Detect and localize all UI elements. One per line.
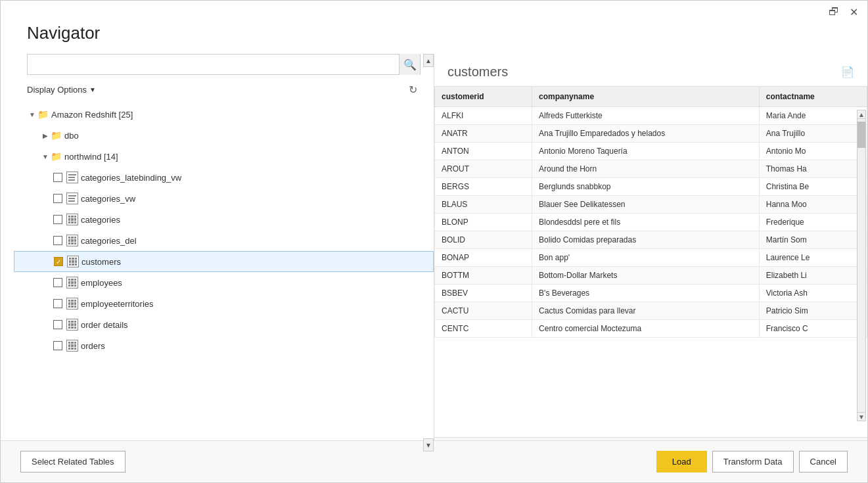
tree-item-checkbox[interactable] xyxy=(53,278,62,287)
table-row: ANTONAntonio Moreno TaqueríaAntonio Mo xyxy=(435,143,867,160)
table-cell: ALFKI xyxy=(435,107,532,125)
table-cell: Laurence Le xyxy=(759,249,867,267)
tree-node-amazon-label: Amazon Redshift [25] xyxy=(51,110,133,120)
tree-item[interactable]: order details xyxy=(14,314,434,335)
tree-item-checkbox[interactable]: ✓ xyxy=(54,257,63,266)
table-cell: Antonio Moreno Taquería xyxy=(532,143,760,160)
expand-toggle-northwind[interactable]: ▼ xyxy=(40,153,51,160)
tree-item-label: employees xyxy=(81,278,122,288)
restore-button[interactable]: 🗗 xyxy=(828,6,840,18)
table-cell: Hanna Moo xyxy=(759,196,867,214)
tree-node-amazon[interactable]: ▼ 📁 Amazon Redshift [25] xyxy=(14,104,434,125)
table-cell: Centro comercial Moctezuma xyxy=(532,320,760,338)
table-row: AROUTAround the HornThomas Ha xyxy=(435,160,867,178)
table-row: BOLIDBolido Comidas preparadasMartín Som xyxy=(435,231,867,249)
preview-header: customers 📄 xyxy=(434,54,867,86)
scroll-up-arrow[interactable]: ▲ xyxy=(857,110,866,119)
search-bar: 🔍 xyxy=(27,54,421,75)
folder-icon-northwind: 📁 xyxy=(51,151,62,162)
table-cell: Patricio Sim xyxy=(759,302,867,320)
tree-item-checkbox[interactable] xyxy=(53,341,62,350)
table-cell: Ana Trujillo xyxy=(759,125,867,143)
tree-item-checkbox[interactable] xyxy=(53,173,62,182)
cancel-button[interactable]: Cancel xyxy=(799,451,848,472)
table-scroll-container[interactable]: customeridcompanynamecontactname ALFKIAl… xyxy=(434,86,867,338)
left-panel: 🔍 Display Options ▼ ↻ ▼ 📁 Amazon Redshif… xyxy=(1,54,434,451)
table-icon xyxy=(67,256,79,267)
table-cell: ANTON xyxy=(435,143,532,160)
table-cell: Ana Trujillo Emparedados y helados xyxy=(532,125,760,143)
tree-item[interactable]: categories_vw xyxy=(14,188,434,209)
tree-item-label: categories_latebinding_vw xyxy=(81,173,181,183)
table-cell: Maria Ande xyxy=(759,107,867,125)
tree-item[interactable]: employees xyxy=(14,272,434,293)
table-icon xyxy=(66,235,78,246)
folder-icon-amazon: 📁 xyxy=(37,109,49,120)
tree-item[interactable]: ✓customers xyxy=(14,251,434,272)
expand-toggle-amazon[interactable]: ▼ xyxy=(27,111,37,118)
table-row: ANATRAna Trujillo Emparedados y heladosA… xyxy=(435,125,867,143)
table-cell: ANATR xyxy=(435,125,532,143)
table-cell: Martín Som xyxy=(759,231,867,249)
tree-item[interactable]: categories xyxy=(14,209,434,230)
table-row: BOTTMBottom-Dollar MarketsElizabeth Li xyxy=(435,267,867,285)
table-cell: B's Beverages xyxy=(532,285,760,302)
refresh-icon[interactable]: ↻ xyxy=(405,81,421,97)
tree-item-checkbox[interactable] xyxy=(53,299,62,308)
scroll-down-icon[interactable]: ▼ xyxy=(423,438,434,451)
select-related-tables-button[interactable]: Select Related Tables xyxy=(20,451,126,472)
table-cell: Francisco C xyxy=(759,320,867,338)
tree-node-dbo[interactable]: ▶ 📁 dbo xyxy=(14,125,434,146)
table-cell: BOLID xyxy=(435,231,532,249)
table-cell: CENTC xyxy=(435,320,532,338)
scroll-track xyxy=(857,119,866,412)
tree-container[interactable]: ▼ 📁 Amazon Redshift [25] ▶ 📁 dbo ▼ 📁 nor… xyxy=(1,104,434,451)
table-cell: Christina Be xyxy=(759,178,867,196)
data-table: customeridcompanynamecontactname ALFKIAl… xyxy=(434,86,867,338)
table-cell: BLONP xyxy=(435,214,532,231)
bottom-bar: Select Related Tables Load Transform Dat… xyxy=(1,440,867,482)
table-column-header: companyname xyxy=(532,87,760,107)
table-cell: BERGS xyxy=(435,178,532,196)
table-cell: AROUT xyxy=(435,160,532,178)
search-icon[interactable]: 🔍 xyxy=(399,54,420,75)
vertical-scrollbar[interactable]: ▲ ▼ xyxy=(857,110,866,421)
table-row: BLONPBlondesddsl pere et filsFrederique xyxy=(435,214,867,231)
tree-item-checkbox[interactable] xyxy=(53,194,62,203)
tree-item-checkbox[interactable] xyxy=(53,236,62,245)
page-title: Navigator xyxy=(1,23,867,54)
scroll-thumb[interactable] xyxy=(857,122,865,148)
tree-item-checkbox[interactable] xyxy=(53,320,62,329)
table-body: ALFKIAlfreds FutterkisteMaria AndeANATRA… xyxy=(435,107,867,338)
table-cell: Blauer See Delikatessen xyxy=(532,196,760,214)
tree-item[interactable]: employeeterritories xyxy=(14,293,434,314)
tree-item[interactable]: categories_del xyxy=(14,230,434,251)
transform-data-button[interactable]: Transform Data xyxy=(712,451,794,472)
export-icon[interactable]: 📄 xyxy=(841,66,854,78)
right-panel: customers 📄 customeridcompanynamecontact… xyxy=(434,54,867,451)
load-button[interactable]: Load xyxy=(656,451,707,472)
data-table-wrap: customeridcompanynamecontactname ALFKIAl… xyxy=(434,86,867,437)
tree-item[interactable]: categories_latebinding_vw xyxy=(14,167,434,188)
search-input[interactable] xyxy=(28,55,399,74)
scroll-down-arrow[interactable]: ▼ xyxy=(857,412,866,421)
table-icon xyxy=(66,298,78,310)
scroll-up-icon[interactable]: ▲ xyxy=(423,54,434,67)
tree-item[interactable]: orders xyxy=(14,335,434,356)
tree-item-label: categories xyxy=(81,215,120,225)
table-cell: Victoria Ash xyxy=(759,285,867,302)
tree-item-checkbox[interactable] xyxy=(53,215,62,224)
close-button[interactable]: ✕ xyxy=(848,6,859,18)
tree-node-northwind[interactable]: ▼ 📁 northwind [14] xyxy=(14,146,434,167)
table-cell: Bolido Comidas preparadas xyxy=(532,231,760,249)
display-options-row: Display Options ▼ ↻ xyxy=(1,81,434,104)
table-cell: Thomas Ha xyxy=(759,160,867,178)
display-options-button[interactable]: Display Options ▼ xyxy=(27,85,96,95)
table-icon xyxy=(66,340,78,352)
table-cell: BLAUS xyxy=(435,196,532,214)
table-row: BSBEVB's BeveragesVictoria Ash xyxy=(435,285,867,302)
table-cell: BONAP xyxy=(435,249,532,267)
tree-node-dbo-label: dbo xyxy=(64,131,79,141)
table-column-header: customerid xyxy=(435,87,532,107)
expand-toggle-dbo[interactable]: ▶ xyxy=(40,132,51,139)
